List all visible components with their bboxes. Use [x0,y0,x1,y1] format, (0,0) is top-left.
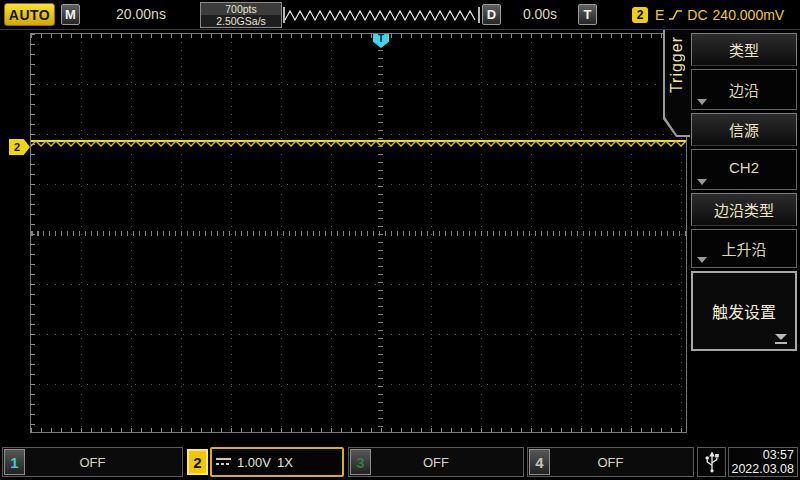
channel2-level-marker[interactable]: 2 [9,139,30,155]
channel1-cell[interactable]: 1 OFF [2,447,183,477]
trigger-coupling-label: DC [687,7,707,23]
channel2-badge[interactable]: 2 [187,449,208,475]
horizontal-gridline [31,284,686,285]
clock-box: 03:57 2022.03.08 [728,447,798,477]
menu-item-type-value[interactable]: 边沿 [691,69,797,110]
horizontal-menu-button[interactable]: M [61,4,80,25]
channel2-cell[interactable]: 2 1.00V 1X [186,447,346,477]
channel2-value-box: 1.00V 1X [210,447,344,477]
channel3-cell[interactable]: 3 OFF [348,447,524,477]
bottom-edge-ticks [31,428,686,432]
menu-item-type-value-label: 边沿 [729,79,759,100]
preview-right-bracket [478,7,480,23]
horizontal-gridline [31,134,686,135]
channel2-trace [31,138,687,150]
delay-button[interactable]: D [482,4,501,25]
menu-item-type-header[interactable]: 类型 [691,33,797,66]
trigger-type-prefix: E [655,7,664,23]
menu-item-source-value-label: CH2 [729,159,759,176]
preview-left-bracket [283,7,285,23]
horizontal-gridline [31,184,686,185]
preview-zigzag [283,7,480,23]
top-status-bar: AUTO M 20.00ns 700pts 2.50GSa/s D 0.00s … [0,0,800,30]
acquisition-info-box: 700pts 2.50GSa/s [200,2,282,28]
usb-status-box [697,447,726,477]
trigger-source-badge: 2 [632,7,648,23]
top-edge-ticks [31,34,686,38]
channel4-cell[interactable]: 4 OFF [527,447,694,477]
channel2-scale: 1.00V [237,455,271,470]
menu-item-edge-value-label: 上升沿 [721,238,766,259]
memory-depth-label: 700pts [201,3,281,15]
channel-status-bar: 1 OFF 2 1.00V 1X 3 OFF 4 OFF [0,446,800,478]
rising-edge-icon [669,9,682,21]
channel2-probe: 1X [277,455,293,470]
menu-item-edge-type-header[interactable]: 边沿类型 [691,193,797,226]
menu-item-edge-value[interactable]: 上升沿 [691,229,797,268]
horizontal-gridline [31,334,686,335]
time-label: 03:57 [763,448,794,462]
menu-item-trigger-settings-label: 触发设置 [712,299,776,323]
dropdown-arrow-icon [697,179,707,185]
sample-rate-label: 2.50GSa/s [201,15,281,27]
graticule: T [30,33,687,433]
menu-item-trigger-settings[interactable]: 触发设置 [691,271,797,351]
channel3-status: OFF [349,455,523,470]
trigger-side-menu: 类型 边沿 信源 CH2 边沿类型 上升沿 触发设置 [690,30,800,444]
oscilloscope-screen: AUTO M 20.00ns 700pts 2.50GSa/s D 0.00s … [0,0,800,480]
usb-icon [704,450,720,474]
run-state-badge[interactable]: AUTO [4,3,55,26]
horizontal-gridline [31,84,686,85]
dc-coupling-icon [216,458,231,467]
timebase-readout: 20.00ns [85,6,197,22]
waveform-preview-strip[interactable] [283,7,480,23]
dropdown-arrow-icon [697,99,707,105]
channel1-status: OFF [3,455,182,470]
left-edge-ticks [31,34,35,432]
delay-readout: 0.00s [506,6,574,22]
menu-item-source-header[interactable]: 信源 [691,113,797,146]
trigger-menu-button[interactable]: T [578,4,597,25]
date-label: 2022.03.08 [731,462,794,476]
horizontal-gridline [31,384,686,385]
submenu-more-icon [775,334,787,344]
dropdown-arrow-icon [697,257,707,263]
menu-item-source-value[interactable]: CH2 [691,149,797,190]
trigger-tab-label: Trigger [668,36,686,93]
trigger-position-marker[interactable]: T [373,34,389,48]
center-horizontal-gridline [31,231,686,236]
channel4-status: OFF [528,455,693,470]
trigger-menu-tab[interactable]: Trigger [663,30,692,137]
trigger-readout: E DC 240.000mV [655,6,784,24]
trigger-level-value: 240.000mV [713,7,785,23]
